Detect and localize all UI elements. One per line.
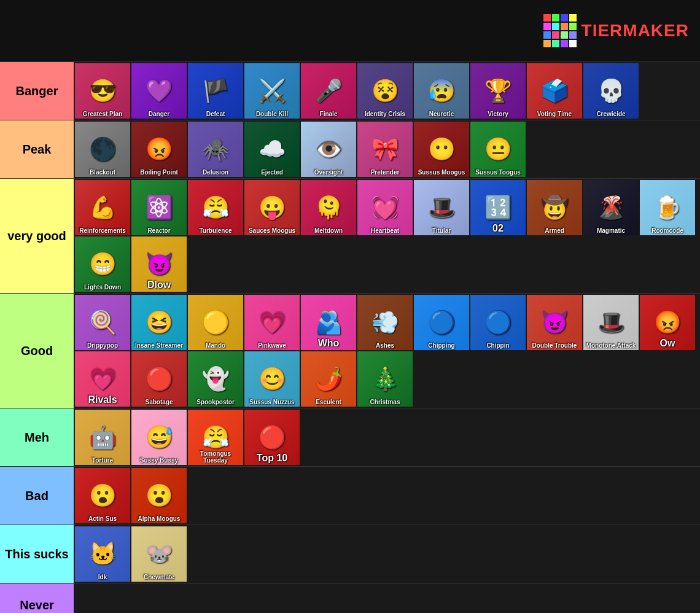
tier-item-dlow[interactable]: 😈Dlow <box>131 236 187 292</box>
tier-item-boiling-point[interactable]: 😡Boiling Point <box>131 122 187 177</box>
tier-item-ashes[interactable]: 💨Ashes <box>357 295 413 350</box>
tier-item-monotone-attack[interactable]: 🎩Monotone Attack <box>583 295 639 350</box>
tier-item-chippin[interactable]: 🔵Chippin <box>470 295 526 350</box>
item-label: Pretender <box>357 169 413 176</box>
brand-tier: TIER <box>581 21 623 40</box>
tier-item-esculent[interactable]: 🌶️Esculent <box>301 351 356 407</box>
tier-item-chewmate[interactable]: 🐭Chewmate <box>131 526 187 582</box>
tier-item-reactor[interactable]: ⚛️Reactor <box>131 180 187 235</box>
tier-item-armed[interactable]: 🤠Armed <box>527 180 582 235</box>
tier-item-roomcode[interactable]: 🍺Roomcode <box>640 180 695 235</box>
tier-item-pinkwave[interactable]: 💗Pinkwave <box>244 295 300 350</box>
tier-item-02[interactable]: 🔢02 <box>470 180 526 235</box>
tier-item-finale[interactable]: 🎤Finale <box>301 63 356 119</box>
tier-label-meh: Meh <box>0 408 74 466</box>
item-emoji: 🔵 <box>484 310 512 335</box>
tier-item-christmas[interactable]: 🎄Christmas <box>357 351 413 407</box>
tier-items-very-good: 💪Reinforcements⚛️Reactor😤Turbulence😛Sauc… <box>74 179 700 293</box>
brand-logo-cell-13 <box>552 40 559 47</box>
tier-item-double-kill[interactable]: ⚔️Double Kill <box>244 63 300 119</box>
brand-logo-cell-5 <box>552 23 559 30</box>
item-label: Christmas <box>357 399 413 405</box>
item-emoji: 😰 <box>428 78 456 104</box>
brand-logo-cell-15 <box>569 40 577 47</box>
item-emoji: 🗳️ <box>541 78 569 104</box>
tier-row-bad: Bad😮Actin Sus😮Alpha Moogus <box>0 466 700 525</box>
tier-item-delusion[interactable]: 🕷️Delusion <box>188 122 243 177</box>
tier-item-rivals[interactable]: 💗Rivals <box>75 351 130 407</box>
item-emoji: 😤 <box>202 195 230 221</box>
item-emoji: 🔴 <box>259 424 286 450</box>
tier-item-blackout[interactable]: 🌑Blackout <box>75 122 130 177</box>
tier-item-ow[interactable]: 😡Ow <box>640 295 695 350</box>
tier-item-crewicide[interactable]: 💀Crewicide <box>583 63 639 119</box>
item-emoji: 🎤 <box>315 78 343 104</box>
item-emoji: 🟡 <box>202 310 230 335</box>
tier-item-sussy-bussy[interactable]: 😅Sussy Bussy <box>131 410 187 465</box>
tier-row-never-heard: Never heard this <box>0 583 700 613</box>
item-emoji: 😁 <box>89 251 117 277</box>
tier-item-sussus-nuzzus[interactable]: 😊Sussus Nuzzus <box>244 351 300 407</box>
tier-item-neurotic[interactable]: 😰Neurotic <box>414 63 469 119</box>
tier-item-identity-crisis[interactable]: 😵Identity Crisis <box>357 63 413 119</box>
item-label: Neurotic <box>414 111 469 117</box>
item-emoji: 🌑 <box>89 136 117 162</box>
tier-item-defeat[interactable]: 🏴Defeat <box>188 63 243 119</box>
item-label: 02 <box>470 223 526 234</box>
tier-item-chipping[interactable]: 🔵Chipping <box>414 295 469 350</box>
tier-item-tomongus-tuesday[interactable]: 😤Tomongus Tuesday <box>188 410 243 465</box>
tier-item-magmatic[interactable]: 🌋Magmatic <box>583 180 639 235</box>
brand-logo-cell-6 <box>561 23 568 30</box>
item-label: Rivals <box>75 394 130 405</box>
tier-item-pretender[interactable]: 🎀Pretender <box>357 122 413 177</box>
brand-logo-cell-0 <box>543 14 551 21</box>
tier-item-drippypop[interactable]: 🍭Drippypop <box>75 295 130 350</box>
item-label: Sabotage <box>131 399 187 405</box>
item-label: Ejected <box>244 169 300 176</box>
item-emoji: 😡 <box>654 310 682 335</box>
tier-item-oversight[interactable]: 👁️Oversight <box>301 122 356 177</box>
tier-item-titular[interactable]: 🎩Titular <box>414 180 469 235</box>
tier-item-alpha-moogus[interactable]: 😮Alpha Moogus <box>131 468 187 523</box>
item-label: Sussus Nuzzus <box>244 399 300 405</box>
item-emoji: 🌋 <box>597 195 625 221</box>
tier-item-victory[interactable]: 🏆Victory <box>470 63 526 119</box>
tier-item-danger[interactable]: 💜Danger <box>131 63 187 119</box>
tier-item-top-10[interactable]: 🔴Top 10 <box>244 410 300 465</box>
tier-item-idk[interactable]: 🐱Idk <box>75 526 130 582</box>
tier-item-double-trouble[interactable]: 😈Double Trouble <box>527 295 582 350</box>
tier-item-sussus-moogus[interactable]: 😶Sussus Moogus <box>414 122 469 177</box>
item-label: Armed <box>527 227 582 234</box>
brand-name: TIERMAKER <box>581 21 689 41</box>
item-label: Monotone Attack <box>583 342 639 349</box>
tier-item-insane-streamer[interactable]: 😆Insane Streamer <box>131 295 187 350</box>
tier-item-sauces-moogus[interactable]: 😛Sauces Moogus <box>244 180 300 235</box>
tier-item-greatest-plan[interactable]: 😎Greatest Plan <box>75 63 130 119</box>
tier-item-voting-time[interactable]: 🗳️Voting Time <box>527 63 582 119</box>
tier-item-spookpostor[interactable]: 👻Spookpostor <box>188 351 243 407</box>
item-emoji: 🐱 <box>89 541 117 567</box>
tier-item-heartbeat[interactable]: 💓Heartbeat <box>357 180 413 235</box>
tier-label-very-good: very good <box>0 179 74 293</box>
tier-item-mando[interactable]: 🟡Mando <box>188 295 243 350</box>
tier-item-lights-down[interactable]: 😁Lights Down <box>75 236 130 292</box>
tier-item-torture[interactable]: 🤖Torture <box>75 410 130 465</box>
tier-item-reinforcements[interactable]: 💪Reinforcements <box>75 180 130 235</box>
tier-item-ejected[interactable]: ☁️Ejected <box>244 122 300 177</box>
brand-logo-cell-11 <box>569 31 577 39</box>
tier-item-who[interactable]: 🫂Who <box>301 295 356 350</box>
item-emoji: 🤖 <box>89 424 117 450</box>
item-label: Titular <box>414 227 469 234</box>
item-label: Ow <box>640 338 695 349</box>
tier-item-sabotage[interactable]: 🔴Sabotage <box>131 351 187 407</box>
tier-item-turbulence[interactable]: 😤Turbulence <box>188 180 243 235</box>
tier-item-actin-sus[interactable]: 😮Actin Sus <box>75 468 130 523</box>
item-emoji: 💓 <box>371 195 399 221</box>
item-label: Actin Sus <box>75 515 130 522</box>
tier-item-meltdown[interactable]: 🫠Meltdown <box>301 180 356 235</box>
item-label: Who <box>301 338 356 349</box>
brand-logo-cell-3 <box>569 14 577 21</box>
item-emoji: 😮 <box>89 483 117 509</box>
tier-item-sussus-toogus[interactable]: 😐Sussus Toogus <box>470 122 526 177</box>
tier-row-peak: Peak🌑Blackout😡Boiling Point🕷️Delusion☁️E… <box>0 120 700 178</box>
